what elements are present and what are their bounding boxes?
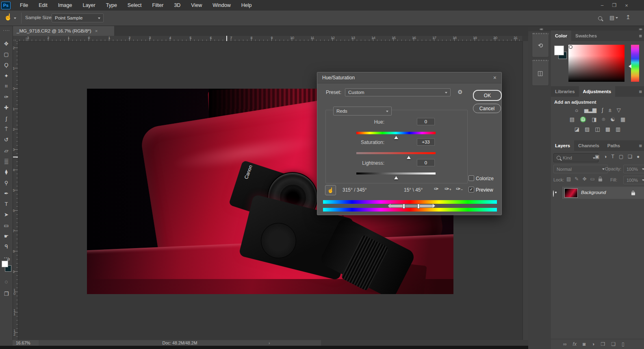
- cancel-button[interactable]: Cancel: [473, 104, 501, 113]
- quick-mask-button[interactable]: ◌: [0, 276, 13, 287]
- menu-edit[interactable]: Edit: [33, 0, 53, 11]
- tab-color[interactable]: Color: [551, 31, 571, 41]
- delete-layer-icon[interactable]: ▯: [622, 341, 624, 347]
- brush-tool[interactable]: ʃ: [0, 113, 13, 124]
- crop-tool[interactable]: ⌗: [0, 81, 13, 92]
- adjustment-icon[interactable]: ☼: [574, 107, 579, 113]
- link-layers-icon[interactable]: ∞: [563, 341, 567, 347]
- tab-paths[interactable]: Paths: [603, 140, 624, 151]
- lightness-slider-thumb[interactable]: [394, 174, 398, 179]
- fill-field[interactable]: 100%: [623, 176, 644, 184]
- preset-dropdown[interactable]: Custom: [345, 88, 451, 96]
- history-panel-icon[interactable]: ⟲: [532, 33, 549, 57]
- eyedropper-tool[interactable]: ✑: [0, 92, 13, 102]
- lock-artboard-icon[interactable]: ▭: [590, 176, 594, 182]
- range-falloff-right-handle[interactable]: [433, 204, 437, 208]
- adjustment-icon[interactable]: ▥: [616, 126, 620, 132]
- layer-style-icon[interactable]: fx: [573, 341, 577, 347]
- share-icon[interactable]: ↥: [626, 14, 631, 20]
- sample-size-dropdown[interactable]: Point Sample: [52, 13, 104, 22]
- adjustment-icon[interactable]: ⌾: [602, 116, 605, 123]
- layer-filter-icon[interactable]: ▢: [619, 154, 623, 159]
- dodge-tool[interactable]: ⚲: [0, 177, 13, 188]
- subtract-from-sample-eyedropper-icon[interactable]: ✑−: [456, 185, 463, 192]
- hue-strip[interactable]: [631, 45, 639, 82]
- vertical-scrollbar[interactable]: [523, 41, 528, 340]
- adjustment-icon[interactable]: ◨: [592, 116, 596, 123]
- preview-checkbox[interactable]: [468, 187, 474, 192]
- layer-filter-icon[interactable]: ◑: [604, 154, 607, 159]
- opacity-field[interactable]: 100%: [623, 165, 644, 173]
- blur-tool[interactable]: ⧫: [0, 167, 13, 177]
- saturation-value-field[interactable]: +33: [417, 138, 435, 146]
- lock-all-icon[interactable]: [598, 179, 602, 181]
- hue-strip-marker[interactable]: [627, 64, 631, 68]
- move-tool[interactable]: ✥: [0, 38, 13, 49]
- new-group-icon[interactable]: ❒: [601, 341, 605, 347]
- search-icon[interactable]: [598, 16, 602, 20]
- adjustment-icon[interactable]: ▤: [570, 116, 575, 123]
- colorize-checkbox[interactable]: [468, 175, 474, 181]
- layer-row-background[interactable]: Background: [551, 187, 644, 199]
- tab-libraries[interactable]: Libraries: [551, 86, 579, 97]
- adjustment-icon[interactable]: ◫: [595, 126, 600, 132]
- zoom-tool[interactable]: ᑫ: [0, 242, 13, 252]
- clone-stamp-tool[interactable]: ⍑: [0, 124, 13, 134]
- menu-file[interactable]: File: [15, 0, 33, 11]
- lock-transparent-pixels-icon[interactable]: ▨: [566, 176, 571, 182]
- hue-slider-thumb[interactable]: [394, 134, 398, 139]
- layer-filter-icon[interactable]: ❏: [628, 154, 632, 159]
- status-chevron-icon[interactable]: ›: [269, 340, 270, 345]
- minimize-button[interactable]: –: [596, 0, 608, 11]
- zoom-level-field[interactable]: 16.67%: [13, 340, 39, 346]
- layer-filter-icon[interactable]: ▣: [595, 154, 599, 159]
- type-tool[interactable]: T: [0, 198, 13, 209]
- menu-select[interactable]: Select: [122, 0, 147, 11]
- saturation-slider-thumb[interactable]: [407, 154, 411, 159]
- lightness-value-field[interactable]: 0: [417, 159, 435, 166]
- menu-image[interactable]: Image: [53, 0, 78, 11]
- range-core-bar[interactable]: [405, 205, 417, 207]
- tab-channels[interactable]: Channels: [574, 140, 603, 151]
- lock-position-icon[interactable]: ✥: [582, 176, 586, 182]
- menu-layer[interactable]: Layer: [77, 0, 100, 11]
- panel-menu-icon[interactable]: ≡: [639, 89, 642, 95]
- panel-menu-icon[interactable]: ≡: [639, 33, 642, 39]
- adjustment-icon[interactable]: ▦: [620, 116, 625, 123]
- preset-options-gear-icon[interactable]: ⚙: [458, 89, 463, 95]
- saturation-brightness-field[interactable]: [568, 45, 624, 82]
- saturation-slider[interactable]: [356, 152, 436, 154]
- eyedropper-icon[interactable]: ✑: [434, 185, 439, 192]
- range-falloff-right-bar[interactable]: [420, 205, 433, 207]
- menu-view[interactable]: View: [186, 0, 207, 11]
- layer-visibility-eye-icon[interactable]: [553, 190, 554, 197]
- dialog-title-bar[interactable]: Hue/Saturation ×: [317, 72, 501, 83]
- layer-filter-icon[interactable]: T: [611, 154, 614, 159]
- hue-slider[interactable]: [356, 132, 436, 134]
- adjustment-icon[interactable]: ▨: [585, 126, 590, 132]
- foreground-color-swatch[interactable]: [2, 261, 8, 267]
- history-brush-tool[interactable]: ↺: [0, 135, 13, 145]
- targeted-adjustment-tool-icon[interactable]: ☝: [4, 13, 12, 21]
- adjustment-icon[interactable]: ∫: [602, 107, 603, 113]
- gradient-tool[interactable]: ▒: [0, 156, 13, 166]
- quick-selection-tool[interactable]: ✦: [0, 70, 13, 81]
- lasso-tool[interactable]: Ϙ: [0, 60, 13, 70]
- restore-button[interactable]: ❐: [609, 0, 620, 11]
- workspace-switcher[interactable]: ▤: [609, 15, 618, 21]
- toolbar-grip[interactable]: [3, 27, 9, 31]
- menu-3d[interactable]: 3D: [169, 0, 186, 11]
- close-dialog-icon[interactable]: ×: [493, 74, 497, 81]
- tab-layers[interactable]: Layers: [551, 140, 574, 151]
- new-layer-icon[interactable]: ❏: [611, 341, 616, 347]
- layer-lock-icon[interactable]: [631, 192, 635, 195]
- blend-mode-dropdown[interactable]: Normal: [553, 165, 608, 173]
- adjustment-icon[interactable]: ☯: [610, 116, 615, 123]
- hue-value-field[interactable]: 0: [417, 118, 435, 125]
- properties-panel-icon[interactable]: ◫: [532, 60, 549, 86]
- range-falloff-left-bar[interactable]: [389, 205, 403, 207]
- layer-thumbnail[interactable]: [564, 188, 578, 198]
- add-to-sample-eyedropper-icon[interactable]: ✑+: [445, 185, 451, 192]
- lightness-slider[interactable]: [356, 172, 436, 174]
- layer-filter-kind-dropdown[interactable]: Kind: [553, 153, 598, 162]
